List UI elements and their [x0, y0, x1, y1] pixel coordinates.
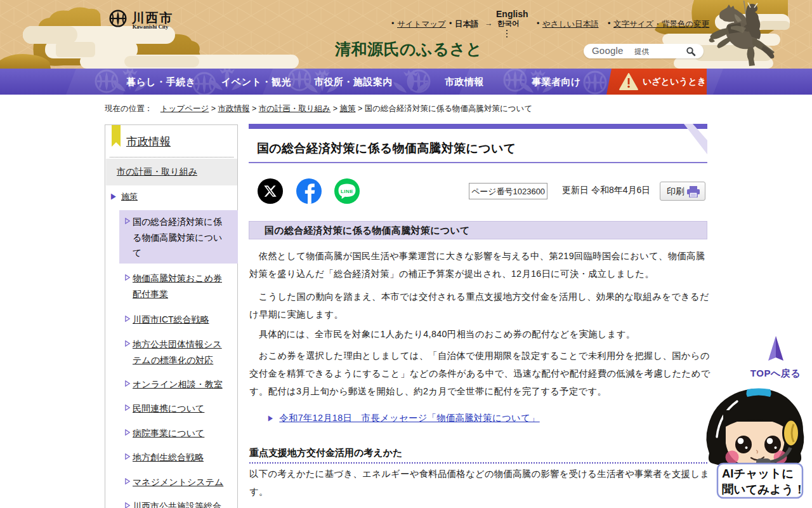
svg-text:LINE: LINE	[341, 189, 353, 194]
svg-text:聞いてみよう！: 聞いてみよう！	[722, 483, 806, 496]
svg-text:AIチャットに: AIチャットに	[722, 467, 794, 480]
svg-text:Kawanishi City: Kawanishi City	[133, 23, 169, 30]
svg-text:川西市: 川西市	[131, 11, 173, 25]
